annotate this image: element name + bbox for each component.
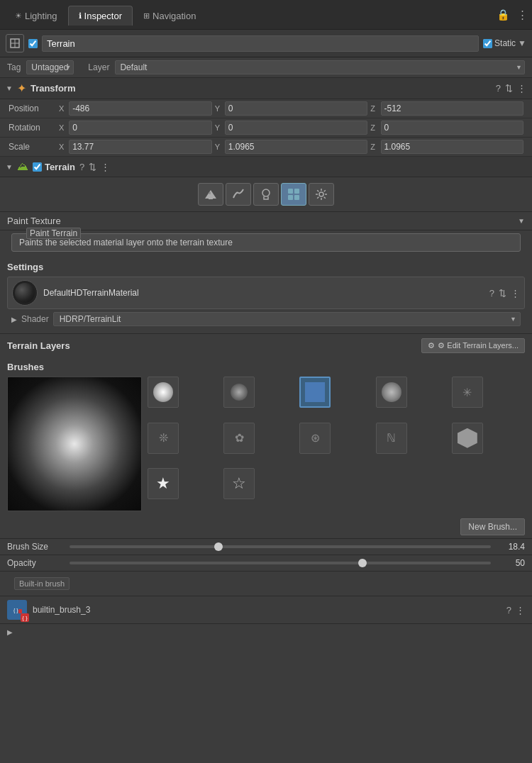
terrain-section-header[interactable]: ▼ ⛰ Terrain ? ⇅ ⋮ [0, 157, 532, 177]
layer-dropdown[interactable]: Default [115, 60, 525, 74]
shader-value-input[interactable] [53, 312, 521, 326]
terrain-active-checkbox[interactable] [33, 162, 42, 172]
transform-help-icon[interactable]: ? [496, 83, 501, 94]
new-brush-button[interactable]: New Brush... [460, 518, 525, 535]
edit-terrain-layers-button[interactable]: ⚙ ⚙ Edit Terrain Layers... [421, 338, 525, 353]
material-row: DefaultHDTerrainMaterial ? ⇅ ⋮ [7, 277, 525, 309]
transform-icon: ✦ [17, 82, 26, 95]
tooltip-title: Paint Terrain [26, 228, 81, 239]
tab-lighting[interactable]: ☀ Lighting [4, 6, 68, 26]
position-x-field: X [59, 101, 212, 116]
terrain-settings-icon[interactable]: ⇅ [89, 162, 96, 172]
tooltip-container: Paint Terrain Paints the selected materi… [0, 230, 532, 257]
asset-row: { } { } builtin_brush_3 ? ⋮ [0, 596, 532, 623]
terrain-title: Terrain [45, 162, 75, 172]
object-name-input[interactable] [42, 35, 479, 52]
transform-section-header[interactable]: ▼ ✦ Transform ? ⇅ ⋮ [0, 78, 532, 99]
brush-item-4[interactable]: ✳ [452, 377, 483, 408]
scale-x-field: X [59, 140, 212, 154]
shader-play-btn[interactable]: ▶ [11, 316, 17, 323]
scale-y-input[interactable] [225, 140, 368, 154]
object-active-checkbox[interactable] [28, 39, 38, 48]
svg-rect-3 [209, 197, 213, 199]
more-icon[interactable]: ⋮ [517, 9, 528, 21]
material-help-icon[interactable]: ? [489, 288, 494, 299]
navigation-icon: ⊞ [143, 11, 150, 21]
static-checkbox[interactable] [483, 39, 492, 48]
toolbar-paint-height-btn[interactable] [226, 183, 251, 206]
position-z-field: Z [370, 101, 523, 116]
static-label: Static [494, 38, 516, 48]
rotation-y-input[interactable] [225, 121, 368, 135]
brush-size-row: Brush Size 18.4 [0, 538, 532, 555]
scale-row: Scale X Y Z [0, 138, 532, 157]
svg-text:{ }: { } [13, 608, 18, 613]
scale-y-field: Y [215, 140, 368, 154]
brush-size-slider[interactable] [70, 545, 491, 548]
terrain-help-icon[interactable]: ? [79, 162, 84, 172]
opacity-value: 50 [497, 558, 525, 568]
toolbar-terrain-settings-btn[interactable] [309, 183, 334, 206]
toolbar-stamp-btn[interactable] [253, 183, 279, 206]
brush-item-11[interactable]: ☆ [223, 468, 255, 499]
builtin-container: Built-in brush [0, 571, 532, 596]
material-settings-icon[interactable]: ⇅ [499, 288, 506, 299]
brush-item-5[interactable]: ❊ [148, 423, 179, 454]
scale-xyz-group: X Y Z [59, 140, 523, 154]
brush-item-0[interactable] [148, 377, 179, 408]
static-dropdown-arrow[interactable]: ▼ [518, 38, 526, 48]
paint-texture-label: Paint Texture [7, 216, 518, 226]
terrain-toolbar [0, 177, 532, 212]
rotation-row: Rotation X Y Z [0, 118, 532, 138]
asset-icon: { } { } [7, 600, 27, 620]
object-icon [6, 34, 24, 52]
lighting-icon: ☀ [15, 11, 22, 21]
terrain-layers-title: Terrain Layers [7, 340, 421, 351]
asset-help-icon[interactable]: ? [506, 605, 511, 616]
brush-item-7[interactable]: ⊛ [299, 423, 331, 454]
scale-x-input[interactable] [69, 140, 212, 154]
rotation-x-input[interactable] [69, 121, 212, 135]
brush-item-8[interactable]: ℕ [376, 423, 407, 454]
tag-dropdown[interactable]: Untagged [26, 60, 74, 74]
brush-item-3[interactable] [376, 377, 407, 408]
transform-settings-icon[interactable]: ⇅ [505, 83, 513, 94]
position-y-input[interactable] [225, 101, 368, 116]
asset-more-icon[interactable]: ⋮ [516, 605, 525, 616]
terrain-collapse-arrow: ▼ [6, 163, 13, 171]
material-icons: ? ⇅ ⋮ [489, 288, 520, 299]
position-z-input[interactable] [381, 101, 524, 116]
asset-name: builtin_brush_3 [33, 605, 501, 615]
tab-navigation[interactable]: ⊞ Navigation [133, 6, 206, 26]
material-more-icon[interactable]: ⋮ [511, 288, 520, 299]
position-x-input[interactable] [69, 101, 212, 116]
transform-more-icon[interactable]: ⋮ [517, 83, 526, 94]
object-header: Static ▼ [0, 30, 532, 57]
brush-item-1[interactable] [223, 377, 255, 408]
opacity-row: Opacity 50 [0, 555, 532, 571]
terrain-more-icon[interactable]: ⋮ [101, 162, 110, 172]
tab-bar-right: 🔒 ⋮ [497, 9, 528, 21]
brush-item-2[interactable] [299, 377, 331, 408]
svg-rect-9 [288, 195, 293, 200]
svg-point-6 [262, 189, 270, 196]
terrain-icon: ⛰ [17, 160, 28, 173]
asset-sub-icon: { } [21, 613, 29, 622]
brush-item-10[interactable]: ★ [148, 468, 179, 499]
asset-play-icon[interactable]: ▶ [7, 628, 13, 636]
svg-point-11 [319, 192, 323, 196]
rotation-z-input[interactable] [381, 121, 524, 135]
brush-item-9[interactable] [452, 423, 483, 454]
toolbar-paint-texture-btn[interactable] [281, 183, 306, 206]
brush-size-label: Brush Size [7, 542, 64, 552]
transform-header-right: ? ⇅ ⋮ [496, 83, 526, 94]
position-y-field: Y [215, 101, 368, 116]
scale-z-input[interactable] [381, 140, 524, 154]
brush-preview [7, 377, 142, 511]
brush-item-6[interactable]: ✿ [223, 423, 255, 454]
lock-icon[interactable]: 🔒 [497, 9, 510, 21]
opacity-slider[interactable] [70, 562, 491, 564]
position-row: Position X Y Z [0, 99, 532, 118]
tab-inspector[interactable]: ℹ Inspector [68, 6, 133, 26]
toolbar-raise-btn[interactable] [198, 183, 223, 206]
